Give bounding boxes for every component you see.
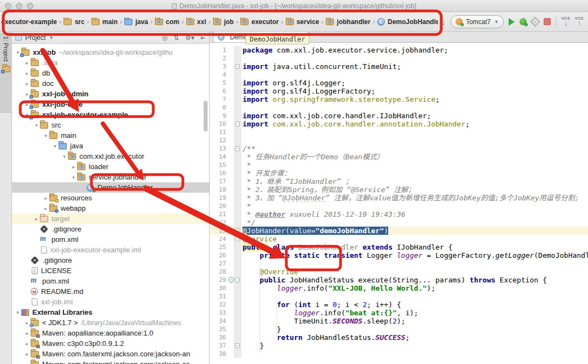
- tree-item-gitignore[interactable]: .gitignore: [12, 255, 209, 265]
- tree-item-java[interactable]: ▾java: [12, 141, 209, 151]
- tree-item-idea[interactable]: ▸.idea: [12, 57, 209, 68]
- tree-item-loader[interactable]: ▸loader: [12, 161, 209, 172]
- fold-toggle-icon[interactable]: −: [235, 64, 240, 69]
- chevron-collapsed-icon[interactable]: ▸: [24, 81, 31, 86]
- code-line-22[interactable]: 22 */: [210, 218, 588, 227]
- fold-toggle-icon[interactable]: −: [235, 146, 240, 151]
- tree-item-webapp[interactable]: ▸webapp: [12, 203, 209, 213]
- code-line-14[interactable]: 14 * 任务Handler的一个Demo（Bean模式）: [210, 153, 588, 161]
- stop-button[interactable]: [544, 18, 551, 25]
- code-line-25[interactable]: 25public class DemoJobHandler extends IJ…: [210, 243, 588, 251]
- code-line-18[interactable]: 18 * 2、装配到Spring，例如加 “@Service” 注解；: [210, 186, 588, 194]
- code-line-31[interactable]: 31: [210, 292, 588, 301]
- chevron-collapsed-icon[interactable]: ▸: [24, 60, 31, 66]
- gear-icon[interactable]: ⚙▾: [185, 34, 194, 42]
- tree-item-maven-c3p0-c3p0-0-9-1-2[interactable]: ▸Maven: c3p0:c3p0:0.9.1.2: [12, 338, 209, 349]
- scroll-from-source-icon[interactable]: ⇅: [174, 34, 179, 42]
- code-line-6[interactable]: 6import org.slf4j.LoggerFactory;: [210, 87, 588, 95]
- code-line-19[interactable]: 19 * 3、加 “@JobHander” 注解，注解value值为新增任务生成…: [210, 194, 588, 202]
- locate-icon[interactable]: ◎: [162, 34, 168, 42]
- tree-item-xxl-job-iml[interactable]: xxl-job.iml: [12, 297, 209, 307]
- code-line-12[interactable]: 12: [210, 136, 588, 145]
- chevron-collapsed-icon[interactable]: ▸: [24, 362, 31, 364]
- code-line-7[interactable]: 7import org.springframework.stereotype.S…: [210, 95, 588, 103]
- tree-item-maven-com-fasterxml-jackson-core-jackson-co[interactable]: ▸Maven: com.fasterxml.jackson.core:jacks…: [12, 359, 209, 364]
- code-line-32[interactable]: 32 for (int i = 0; i < 2; i++) {: [210, 301, 588, 309]
- code-line-8[interactable]: 8: [210, 103, 588, 112]
- code-line-10[interactable]: 10−import com.xxl.job.core.handler.annot…: [210, 120, 588, 128]
- code-line-29[interactable]: 29↑− public JobHandleStatus execute(Stri…: [210, 276, 588, 284]
- code-line-9[interactable]: 9import com.xxl.job.core.handler.IJobHan…: [210, 112, 588, 120]
- chevron-expanded-icon[interactable]: ▾: [33, 123, 40, 128]
- tree-item-external-libraries[interactable]: ▾External Libraries: [12, 307, 209, 317]
- breadcrumb-item-main[interactable]: main: [91, 18, 118, 26]
- fold-toggle-icon[interactable]: −: [235, 236, 240, 241]
- fold-toggle-icon[interactable]: −: [235, 343, 240, 348]
- chevron-expanded-icon[interactable]: ▾: [70, 175, 77, 180]
- chevron-collapsed-icon[interactable]: ▸: [42, 206, 49, 211]
- breadcrumb-item-src[interactable]: src: [64, 18, 84, 26]
- code-line-24[interactable]: 24−@Service: [210, 235, 588, 243]
- tree-item-com-xxl-job-executor[interactable]: ▾com.xxl.job.executor: [12, 151, 209, 161]
- tree-item-xxl-job-executor-example[interactable]: ▾xxl-job-executor-example: [12, 109, 209, 120]
- tree-item-gitignore[interactable]: .gitignore: [12, 224, 209, 234]
- tree-item-pom-xml[interactable]: pom.xml: [12, 276, 209, 286]
- code-line-11[interactable]: 11: [210, 128, 588, 136]
- chevron-expanded-icon[interactable]: ▾: [51, 143, 59, 149]
- coverage-button[interactable]: [530, 16, 540, 26]
- code-line-23[interactable]: 23−@JobHander(value="demoJobHandler"): [210, 227, 588, 235]
- code-line-21[interactable]: 21 * @author xuxueli 2015-12-19 19:43:36: [210, 210, 588, 218]
- code-line-2[interactable]: 2: [210, 54, 588, 62]
- override-marker-icon[interactable]: ↑: [228, 277, 234, 282]
- collapse-all-icon[interactable]: ⇤: [200, 34, 206, 42]
- tree-item-readme-md[interactable]: README.md: [12, 286, 209, 297]
- tree-item-xxl-job[interactable]: ▾xxl-job~/workspaces/idea-git-workspace/…: [12, 47, 209, 57]
- tree-item-resources[interactable]: ▸resources: [12, 193, 209, 203]
- debug-button[interactable]: [520, 18, 527, 25]
- code-line-38[interactable]: 38: [210, 350, 588, 358]
- chevron-collapsed-icon[interactable]: ▸: [70, 164, 77, 170]
- fold-toggle-icon[interactable]: −: [235, 228, 240, 233]
- code-line-34[interactable]: 34 TimeUnit.SECONDS.sleep(2);: [210, 317, 588, 325]
- tree-item-db[interactable]: ▸db: [12, 68, 209, 78]
- chevron-expanded-icon[interactable]: ▾: [14, 310, 21, 315]
- tree-item-maven-com-fasterxml-jackson-core-jackson-an[interactable]: ▸Maven: com.fasterxml.jackson.core:jacks…: [12, 349, 209, 359]
- intention-bulb-icon[interactable]: [242, 233, 248, 239]
- tree-item-xxl-job-executor-example-iml[interactable]: xxl-job-executor-example.iml: [12, 245, 209, 255]
- chevron-collapsed-icon[interactable]: ▸: [24, 71, 31, 76]
- breadcrumb-item-job[interactable]: job: [213, 18, 234, 26]
- code-line-26[interactable]: 26 private static transient Logger logge…: [210, 251, 588, 259]
- breadcrumb-item-java[interactable]: java: [124, 18, 148, 26]
- chevron-expanded-icon[interactable]: ▾: [61, 154, 68, 159]
- tree-item-demojobhandler[interactable]: DemoJobHandler: [12, 182, 209, 193]
- tree-item-main[interactable]: ▾main: [12, 130, 209, 141]
- code-line-13[interactable]: 13−/**: [210, 145, 588, 153]
- code-line-4[interactable]: 4: [210, 71, 588, 79]
- breadcrumb-item-service[interactable]: service: [286, 18, 319, 26]
- code-line-17[interactable]: 17 * 1、继承 “IJobHandler” ；: [210, 177, 588, 186]
- breadcrumb-item-xxl[interactable]: xxl: [186, 18, 206, 26]
- vcs-commit-button[interactable]: VCS↑: [575, 16, 584, 27]
- breadcrumb-item-executor[interactable]: executor: [240, 18, 279, 26]
- tree-item-xxl-job-core[interactable]: ▸xxl-job-core: [12, 99, 209, 109]
- code-line-28[interactable]: 28 @Override: [210, 268, 588, 276]
- chevron-collapsed-icon[interactable]: ▸: [24, 351, 31, 357]
- breadcrumb-item-jobhandler[interactable]: jobhandler: [326, 18, 370, 26]
- breadcrumb-item-com[interactable]: com: [155, 18, 180, 26]
- project-scrollbar[interactable]: [204, 101, 207, 131]
- code-line-20[interactable]: 20 *: [210, 202, 588, 210]
- fold-toggle-icon[interactable]: −: [235, 122, 240, 126]
- tree-item-pom-xml[interactable]: pom.xml: [12, 234, 209, 245]
- run-button[interactable]: [509, 18, 515, 26]
- code-line-36[interactable]: 36 return JobHandleStatus.SUCCESS;: [210, 333, 588, 342]
- code-line-30[interactable]: 30 logger.info("XXL-JOB, Hello World.");: [210, 284, 588, 292]
- tree-item-src[interactable]: ▾src: [12, 120, 209, 130]
- tree-item-xxl-job-admin[interactable]: ▸xxl-job-admin: [12, 89, 209, 99]
- tree-item-doc[interactable]: ▸doc: [12, 78, 209, 89]
- vcs-update-button[interactable]: VCS↓: [561, 16, 570, 27]
- code-line-27[interactable]: 27: [210, 259, 588, 268]
- scroll-down-icon[interactable]: ↓: [441, 18, 446, 26]
- code-line-35[interactable]: 35 }: [210, 325, 588, 333]
- chevron-collapsed-icon[interactable]: ▸: [42, 195, 49, 201]
- code-line-16[interactable]: 16 * 开发步骤：: [210, 169, 588, 177]
